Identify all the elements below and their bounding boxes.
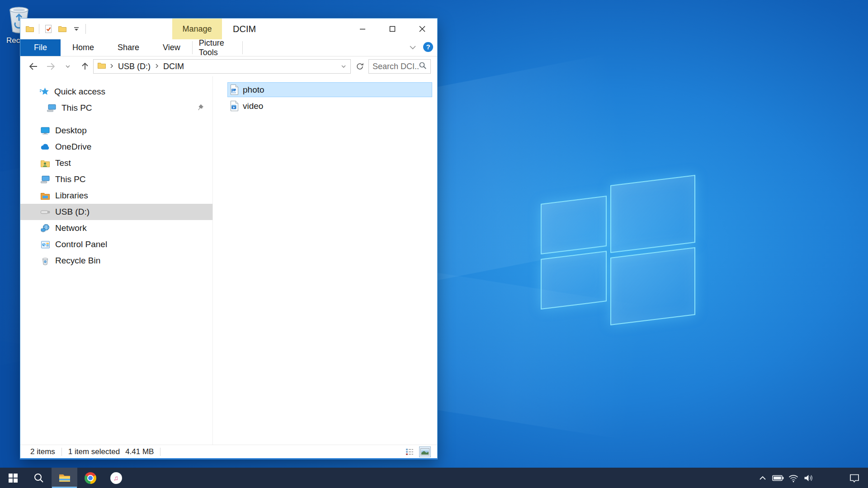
itunes-icon: ♫	[110, 472, 122, 484]
title-bar[interactable]: Manage DCIM	[20, 19, 437, 39]
usb-drive-icon	[40, 209, 50, 215]
taskbar: ♫	[0, 468, 868, 488]
volume-icon	[803, 474, 814, 483]
minimize-ribbon-chevron-icon[interactable]	[409, 44, 416, 52]
tray-action-center-button[interactable]	[844, 468, 864, 488]
start-icon	[8, 473, 18, 483]
file-item-label: photo	[243, 85, 264, 95]
sidebar-item-label: Quick access	[54, 87, 105, 97]
tab-file[interactable]: File	[20, 39, 61, 56]
library-folder-icon	[40, 192, 50, 200]
sidebar-item-label: Libraries	[55, 191, 88, 201]
search-icon	[33, 473, 44, 483]
sidebar-item-network[interactable]: Network	[20, 220, 212, 236]
address-folder-icon	[97, 61, 106, 72]
sidebar-item-label: Test	[55, 158, 71, 168]
address-bar-row: USB (D:)DCIM Search DCI...	[20, 56, 437, 76]
tab-picture-tools[interactable]: Picture Tools	[193, 39, 242, 56]
file-item-label: video	[243, 101, 263, 111]
sidebar-item-label: Control Panel	[55, 239, 107, 249]
battery-icon	[772, 474, 784, 482]
address-dropdown-chevron-icon[interactable]	[337, 60, 350, 73]
sidebar-item-label: This PC	[55, 174, 86, 184]
status-item-count: 2 items	[30, 447, 55, 456]
tray-volume-button[interactable]	[801, 468, 816, 488]
window-title: DCIM	[233, 19, 256, 39]
chevron-up-icon	[759, 475, 767, 481]
recent-locations-chevron-icon[interactable]	[62, 60, 74, 73]
sidebar-item-test[interactable]: Test	[20, 155, 212, 171]
details-view-button[interactable]	[404, 446, 415, 457]
status-selection: 1 item selected	[68, 447, 120, 456]
contextual-tab-group[interactable]: Manage	[172, 19, 222, 39]
sidebar-item-desktop[interactable]: Desktop	[20, 122, 212, 139]
back-button[interactable]	[28, 60, 39, 73]
tray-battery-button[interactable]	[770, 468, 786, 488]
quick-access-toolbar	[25, 19, 86, 39]
tray-hidden-icons-button[interactable]	[755, 468, 770, 488]
large-icons-view-button[interactable]	[419, 446, 431, 457]
desktop-icon	[40, 127, 50, 135]
sidebar-item-label: Recycle Bin	[55, 256, 100, 266]
sidebar-item-label: Desktop	[55, 126, 87, 136]
sidebar-item-this-pc[interactable]: This PC	[20, 171, 212, 188]
search-input[interactable]: Search DCI...	[368, 59, 431, 74]
tab-view[interactable]: View	[151, 39, 192, 56]
new-folder-icon[interactable]	[57, 23, 67, 34]
file-item-video[interactable]: video	[227, 99, 432, 113]
wifi-icon	[788, 474, 799, 483]
status-selection-size: 4.41 MB	[125, 447, 154, 456]
system-tray	[755, 468, 868, 488]
forward-button[interactable]	[45, 60, 57, 73]
properties-check-icon[interactable]	[43, 23, 53, 34]
taskbar-file-explorer-button[interactable]	[52, 468, 77, 488]
breadcrumb-segment[interactable]: USB (D:)	[116, 62, 152, 71]
star-icon	[39, 87, 49, 96]
sidebar-item-label: This PC	[61, 103, 92, 113]
taskbar-itunes-button[interactable]: ♫	[103, 468, 129, 488]
minimize-button[interactable]	[348, 19, 377, 39]
file-item-photo[interactable]: photo	[227, 82, 432, 97]
user-folder-icon	[40, 159, 50, 168]
control-panel-icon	[40, 240, 50, 249]
taskbar-start-button[interactable]	[0, 468, 26, 488]
up-button[interactable]	[79, 60, 91, 73]
sidebar-item-this-pc-pinned[interactable]: This PC	[20, 100, 212, 116]
sidebar-item-label: OneDrive	[55, 142, 91, 152]
refresh-button[interactable]	[354, 59, 366, 74]
sidebar-item-control-panel[interactable]: Control Panel	[20, 236, 212, 253]
breadcrumb-segment[interactable]: DCIM	[161, 62, 186, 71]
network-icon	[40, 224, 50, 233]
photo-file-icon	[230, 84, 239, 95]
sidebar-item-usb-d[interactable]: USB (D:)	[20, 204, 212, 220]
pin-icon	[196, 103, 204, 114]
bin-icon	[40, 256, 50, 265]
monitor-icon	[40, 175, 50, 184]
customize-arrow-icon[interactable]	[71, 23, 81, 34]
sidebar-item-quick-access[interactable]: Quick access	[20, 84, 212, 100]
address-bar[interactable]: USB (D:)DCIM	[93, 59, 351, 74]
tray-wifi-button[interactable]	[786, 468, 801, 488]
windows-logo-wallpaper	[541, 181, 703, 337]
help-button[interactable]: ?	[423, 42, 434, 54]
sidebar-item-onedrive[interactable]: OneDrive	[20, 139, 212, 155]
sidebar-item-libraries[interactable]: Libraries	[20, 188, 212, 204]
breadcrumb-chevron-icon[interactable]	[107, 62, 116, 71]
tab-share[interactable]: Share	[106, 39, 151, 56]
file-explorer-window: Manage DCIM FileHomeShareViewPicture Too…	[20, 18, 438, 460]
sidebar-item-recycle-bin[interactable]: Recycle Bin	[20, 253, 212, 269]
breadcrumb-chevron-icon[interactable]	[152, 62, 161, 71]
status-bar: 2 items 1 item selected 4.41 MB	[20, 445, 437, 458]
taskbar-search-button[interactable]	[26, 468, 52, 488]
search-icon	[419, 61, 427, 72]
file-list-pane[interactable]: photovideo	[213, 76, 437, 445]
video-file-icon	[230, 100, 239, 112]
chrome-icon	[85, 472, 96, 484]
maximize-button[interactable]	[377, 19, 407, 39]
taskbar-chrome-button[interactable]	[77, 468, 103, 488]
close-button[interactable]	[407, 19, 437, 39]
ribbon-tab-row: FileHomeShareViewPicture Tools?	[20, 39, 437, 56]
cloud-icon	[40, 143, 50, 150]
folder-icon[interactable]	[25, 23, 35, 34]
tab-home[interactable]: Home	[61, 39, 106, 56]
